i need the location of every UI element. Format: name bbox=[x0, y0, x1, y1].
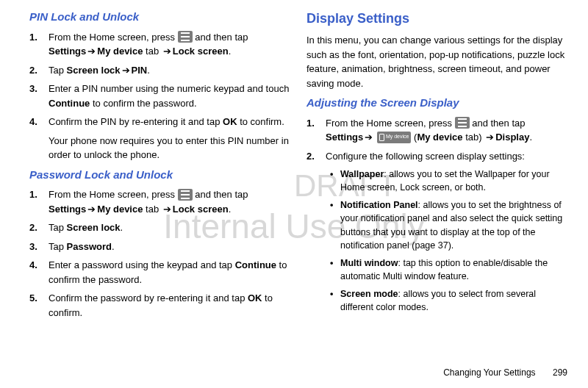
arrow-icon: ➔ bbox=[121, 65, 132, 76]
menu-icon bbox=[178, 189, 193, 201]
arrow-icon: ➔ bbox=[363, 132, 374, 143]
step-text: tab bbox=[143, 204, 161, 215]
list-item: 1. From the Home screen, press and then … bbox=[29, 187, 290, 216]
step-text: Configure the following screen display s… bbox=[326, 151, 525, 162]
bold-text: Screen lock bbox=[67, 222, 121, 233]
arrow-icon: ➔ bbox=[162, 204, 173, 215]
bold-text: Notification Panel bbox=[340, 200, 418, 210]
step-text: to confirm. bbox=[237, 116, 284, 127]
list-item: Wallpaper: allows you to set the Wallpap… bbox=[326, 168, 567, 194]
list-item: Notification Panel: allows you to set th… bbox=[326, 198, 567, 252]
list-item: 2. Configure the following screen displa… bbox=[306, 149, 567, 164]
step-text: From the Home screen, press bbox=[326, 118, 455, 129]
bold-text: Settings bbox=[49, 46, 86, 57]
bold-text: Lock screen bbox=[173, 204, 229, 215]
step-text: Confirm the password by re-entering it a… bbox=[49, 292, 248, 303]
step-text: tab) bbox=[463, 132, 485, 143]
display-options-list: Wallpaper: allows you to set the Wallpap… bbox=[326, 168, 567, 314]
password-lock-steps: 1. From the Home screen, press and then … bbox=[29, 187, 290, 320]
arrow-icon: ➔ bbox=[484, 132, 495, 143]
bold-text: Screen mode bbox=[340, 289, 398, 299]
list-item: 1. From the Home screen, press and then … bbox=[29, 30, 290, 59]
step-text: Confirm the PIN by re-entering it and ta… bbox=[49, 116, 223, 127]
bold-text: OK bbox=[248, 292, 262, 303]
bold-text: PIN bbox=[132, 65, 148, 76]
list-item: 3. Tap Password. bbox=[29, 240, 290, 254]
list-item: 5. Confirm the password by re-entering i… bbox=[29, 291, 290, 320]
pin-lock-steps: 1. From the Home screen, press and then … bbox=[29, 30, 290, 162]
right-column: Display Settings In this menu, you can c… bbox=[306, 9, 567, 324]
page-number: 299 bbox=[553, 367, 567, 378]
bold-text: Multi window bbox=[340, 258, 398, 268]
bold-text: My device bbox=[97, 204, 143, 215]
bold-text: Settings bbox=[326, 132, 363, 143]
list-item: 1. From the Home screen, press and then … bbox=[306, 116, 567, 145]
heading-display-settings: Display Settings bbox=[306, 9, 567, 29]
bold-text: Continue bbox=[235, 259, 276, 270]
bold-text: Password bbox=[67, 241, 112, 252]
my-device-icon: My device bbox=[377, 132, 412, 143]
bold-text: My device bbox=[417, 132, 462, 143]
left-column: PIN Lock and Unlock 1. From the Home scr… bbox=[29, 9, 290, 324]
bold-text: My device bbox=[97, 46, 143, 57]
step-text: From the Home screen, press bbox=[49, 189, 178, 200]
step-text: Enter a PIN number using the numeric key… bbox=[49, 83, 289, 94]
bold-text: Lock screen bbox=[173, 46, 229, 57]
list-item: Screen mode: allows you to select from s… bbox=[326, 287, 567, 314]
step-text: Enter a password using the keypad and ta… bbox=[49, 259, 235, 270]
arrow-icon: ➔ bbox=[86, 46, 97, 57]
step-text: to confirm the password. bbox=[90, 98, 196, 109]
page-footer: Changing Your Settings 299 bbox=[443, 366, 567, 379]
bold-text: Wallpaper bbox=[340, 169, 384, 179]
step-text: Tap bbox=[49, 241, 67, 252]
arrow-icon: ➔ bbox=[162, 46, 173, 57]
heading-pin-lock: PIN Lock and Unlock bbox=[29, 9, 290, 26]
adjusting-display-steps: 1. From the Home screen, press and then … bbox=[306, 116, 567, 164]
step-text: and then tap bbox=[193, 189, 248, 200]
heading-adjusting-display: Adjusting the Screen Display bbox=[306, 95, 567, 112]
list-item: 4. Enter a password using the keypad and… bbox=[29, 258, 290, 287]
arrow-icon: ➔ bbox=[86, 204, 97, 215]
display-settings-desc: In this menu, you can change various set… bbox=[306, 33, 567, 90]
menu-icon bbox=[178, 31, 193, 43]
step-text: Tap bbox=[49, 222, 67, 233]
heading-password-lock: Password Lock and Unlock bbox=[29, 167, 290, 184]
list-item: Multi window: tap this option to enable/… bbox=[326, 256, 567, 283]
step-text: Tap bbox=[49, 65, 67, 76]
menu-icon bbox=[455, 117, 470, 129]
step-text: and then tap bbox=[193, 32, 248, 43]
bold-text: Continue bbox=[49, 98, 90, 109]
bold-text: Screen lock bbox=[67, 65, 121, 76]
step-text: From the Home screen, press bbox=[49, 32, 178, 43]
list-item: 4. Confirm the PIN by re-entering it and… bbox=[29, 115, 290, 162]
bold-text: Settings bbox=[49, 204, 86, 215]
list-item: 3. Enter a PIN number using the numeric … bbox=[29, 82, 290, 110]
step-text: tab bbox=[143, 46, 161, 57]
icon-label: My device bbox=[386, 133, 409, 141]
page-content: PIN Lock and Unlock 1. From the Home scr… bbox=[0, 0, 588, 324]
list-item: 2. Tap Screen lock. bbox=[29, 220, 290, 235]
list-item: 2. Tap Screen lock➔PIN. bbox=[29, 63, 290, 78]
step-text: and then tap bbox=[470, 118, 526, 129]
bold-text: OK bbox=[223, 116, 237, 127]
footer-text: Changing Your Settings bbox=[443, 367, 535, 378]
step-note: Your phone now requires you to enter thi… bbox=[49, 134, 290, 162]
bold-text: Display bbox=[495, 132, 529, 143]
